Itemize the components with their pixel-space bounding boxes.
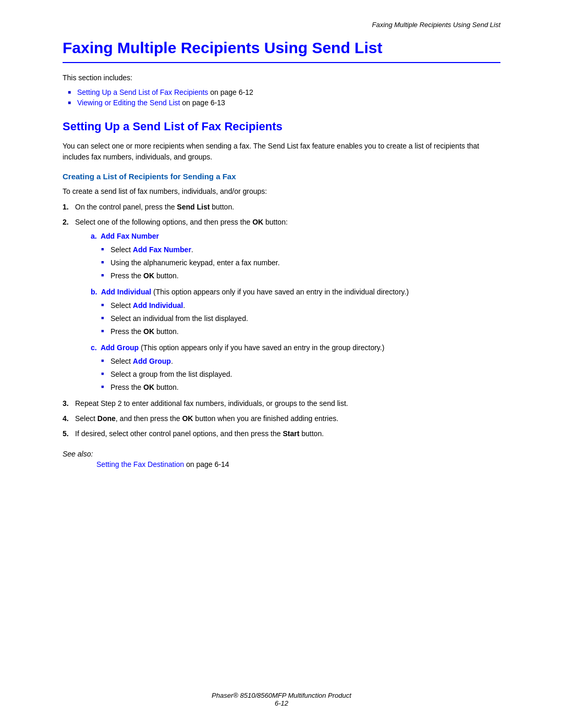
bullet-a-2: Using the alphanumeric keypad, enter a f… bbox=[101, 257, 500, 268]
label-add-fax: Add Fax Number bbox=[101, 232, 159, 240]
step-2: 2. Select one of the following options, … bbox=[63, 217, 500, 393]
lettered-list: a. Add Fax Number Select Add Fax Number.… bbox=[75, 231, 500, 393]
step-1-num: 1. bbox=[63, 202, 69, 213]
section-link-2-suffix: on page 6-13 bbox=[180, 98, 225, 107]
step-intro: To create a send list of fax numbers, in… bbox=[63, 187, 500, 195]
footer-line2: 6-12 bbox=[0, 699, 563, 707]
step-1-text: On the control panel, press the Send Lis… bbox=[75, 203, 234, 211]
lettered-item-c: c. Add Group (This option appears only i… bbox=[91, 342, 500, 393]
step-5-num: 5. bbox=[63, 428, 69, 439]
bold-add-group: Add Group bbox=[133, 357, 171, 365]
section-link-2[interactable]: Viewing or Editing the Send List bbox=[77, 98, 180, 107]
see-also-link[interactable]: Setting the Fax Destination bbox=[81, 460, 184, 468]
bullet-c-3: Press the OK button. bbox=[101, 382, 500, 393]
lettered-item-b: b. Add Individual (This option appears o… bbox=[91, 287, 500, 337]
bold-add-fax-number: Add Fax Number bbox=[133, 245, 191, 254]
step-2-bold: OK bbox=[252, 218, 263, 226]
label-add-individual: Add Individual bbox=[101, 288, 151, 296]
header-right: Faxing Multiple Recipients Using Send Li… bbox=[63, 21, 500, 29]
footer-line1: Phaser® 8510/8560MFP Multifunction Produ… bbox=[0, 692, 563, 699]
step-4-num: 4. bbox=[63, 413, 69, 424]
bold-start: Start bbox=[283, 429, 299, 438]
step-1-bold: Send List bbox=[177, 203, 210, 211]
label-b-suffix: (This option appears only if you have sa… bbox=[151, 288, 409, 296]
sub-sub-title: Creating a List of Recipients for Sendin… bbox=[63, 172, 500, 181]
bullet-c-1: Select Add Group. bbox=[101, 356, 500, 367]
section-link-1-suffix: on page 6-12 bbox=[208, 88, 253, 96]
section-link-item-2: Viewing or Editing the Send List on page… bbox=[68, 98, 500, 107]
letter-c: c. bbox=[91, 343, 101, 352]
step-4: 4. Select Done, and then press the OK bu… bbox=[63, 413, 500, 424]
intro-text: This section includes: bbox=[63, 73, 500, 82]
sub-title: Setting Up a Send List of Fax Recipients bbox=[63, 120, 500, 133]
bold-done: Done bbox=[97, 414, 116, 423]
step-3-num: 3. bbox=[63, 398, 69, 409]
bold-ok-a: OK bbox=[143, 272, 154, 280]
bold-ok-4: OK bbox=[182, 414, 193, 423]
page-container: Faxing Multiple Recipients Using Send Li… bbox=[0, 0, 563, 728]
main-title: Faxing Multiple Recipients Using Send Li… bbox=[63, 39, 500, 63]
section-link-item-1: Setting Up a Send List of Fax Recipients… bbox=[68, 88, 500, 96]
step-4-text: Select Done, and then press the OK butto… bbox=[75, 414, 338, 423]
bullet-b-2: Select an individual from the list displ… bbox=[101, 313, 500, 324]
bullet-a-3: Press the OK button. bbox=[101, 270, 500, 281]
bullet-a-1: Select Add Fax Number. bbox=[101, 244, 500, 255]
step-5: 5. If desired, select other control pane… bbox=[63, 428, 500, 439]
see-also-label: See also: bbox=[63, 450, 500, 458]
bold-ok-c: OK bbox=[143, 383, 154, 391]
bold-ok-b: OK bbox=[143, 327, 154, 336]
bullet-c-2: Select a group from the list displayed. bbox=[101, 369, 500, 380]
letter-a: a. bbox=[91, 232, 101, 240]
step-3: 3. Repeat Step 2 to enter additional fax… bbox=[63, 398, 500, 409]
step-2-num: 2. bbox=[63, 217, 69, 228]
section-links-list: Setting Up a Send List of Fax Recipients… bbox=[63, 88, 500, 107]
step-5-text: If desired, select other control panel o… bbox=[75, 429, 324, 438]
section-link-1[interactable]: Setting Up a Send List of Fax Recipients bbox=[77, 88, 208, 96]
lettered-item-a: a. Add Fax Number Select Add Fax Number.… bbox=[91, 231, 500, 281]
step-2-text: Select one of the following options, and… bbox=[75, 218, 288, 226]
see-also-section: See also: Setting the Fax Destination on… bbox=[63, 450, 500, 468]
label-c-suffix: (This option appears only if you have sa… bbox=[139, 343, 384, 352]
sub-body-text: You can select one or more recipients wh… bbox=[63, 141, 500, 163]
footer: Phaser® 8510/8560MFP Multifunction Produ… bbox=[0, 692, 563, 707]
label-add-group: Add Group bbox=[101, 343, 139, 352]
numbered-list: 1. On the control panel, press the Send … bbox=[63, 202, 500, 439]
bullet-list-b: Select Add Individual. Select an individ… bbox=[91, 300, 500, 337]
step-3-text: Repeat Step 2 to enter additional fax nu… bbox=[75, 399, 348, 408]
header-text: Faxing Multiple Recipients Using Send Li… bbox=[372, 21, 500, 29]
see-also-suffix: on page 6-14 bbox=[184, 460, 229, 468]
see-also-indent: Setting the Fax Destination on page 6-14 bbox=[63, 460, 229, 468]
bullet-list-a: Select Add Fax Number. Using the alphanu… bbox=[91, 244, 500, 281]
bullet-b-3: Press the OK button. bbox=[101, 326, 500, 337]
bullet-b-1: Select Add Individual. bbox=[101, 300, 500, 311]
bold-add-individual: Add Individual bbox=[133, 301, 183, 310]
letter-b: b. bbox=[91, 288, 101, 296]
bullet-list-c: Select Add Group. Select a group from th… bbox=[91, 356, 500, 393]
step-1: 1. On the control panel, press the Send … bbox=[63, 202, 500, 213]
